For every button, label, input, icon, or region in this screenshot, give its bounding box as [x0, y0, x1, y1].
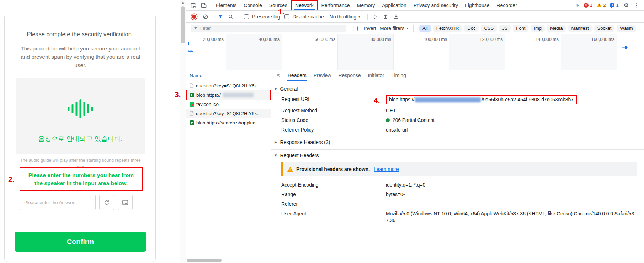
clear-network-log-icon[interactable] [201, 14, 211, 20]
disable-cache-label: Disable cache [293, 14, 324, 20]
tab-console[interactable]: Console [240, 0, 265, 10]
timeline-tick-label: 80,000 ms [354, 37, 391, 42]
chip-manifest[interactable]: Manifest [568, 25, 592, 32]
filter-input[interactable]: Filter [191, 25, 346, 32]
chip-media[interactable]: Media [547, 25, 566, 32]
referrer-policy-value: unsafe-url [386, 127, 408, 133]
answer-input[interactable] [20, 195, 96, 210]
image-captcha-button[interactable] [118, 195, 133, 210]
scrollbar-up-arrow[interactable]: ▲ [180, 1, 186, 4]
header-row: Accept-Encoding identity;q=1, *;q=0 [271, 180, 644, 190]
verification-description: This procedure will help you secure your… [17, 44, 143, 69]
gridline [393, 34, 394, 70]
tab-preview[interactable]: Preview [310, 70, 335, 81]
confirm-button[interactable]: Confirm [15, 232, 146, 252]
chip-all[interactable]: All [419, 25, 431, 32]
funnel-icon [193, 26, 198, 31]
more-tabs-chevron[interactable]: » [573, 2, 581, 9]
header-value: Mozilla/5.0 (Windows NT 10.0; Win64; x64… [386, 210, 635, 224]
invert-checkbox[interactable] [353, 26, 358, 31]
tab-network[interactable]: Network [292, 1, 317, 10]
horizontal-scrollbar-thumb[interactable] [187, 259, 222, 262]
tab-memory[interactable]: Memory [353, 0, 379, 10]
device-toolbar-icon[interactable] [198, 0, 209, 10]
separator [367, 14, 368, 20]
tab-initiator[interactable]: Initiator [364, 70, 388, 81]
close-icon[interactable]: ✕ [272, 70, 284, 81]
request-row[interactable]: blob:https://search.shopping... [186, 118, 271, 127]
request-row[interactable]: question?key=S1Q8L2HtY6k... [186, 109, 271, 118]
gridline [449, 34, 449, 70]
network-overview-timeline[interactable]: 20,000 ms 40,000 ms 60,000 ms 80,000 ms … [186, 34, 644, 70]
tab-performance[interactable]: Performance [318, 0, 353, 10]
chevron-down-icon: ▾ [406, 26, 408, 30]
header-row: Referer [271, 199, 644, 209]
tab-privacy-and-security[interactable]: Privacy and security [410, 0, 462, 10]
chevron-down-icon: ▾ [358, 15, 360, 18]
more-filters-dropdown[interactable]: More filters ▾ [380, 26, 408, 31]
request-row[interactable]: question?key=S1Q8L2HtY6k... [186, 81, 271, 90]
chip-fetch-xhr[interactable]: Fetch/XHR [433, 25, 462, 32]
scrollbar-thumb[interactable] [181, 6, 185, 43]
settings-gear-icon[interactable]: ⚙ [621, 2, 632, 9]
learn-more-link[interactable]: Learn more [374, 167, 399, 172]
chip-js[interactable]: JS [499, 25, 511, 32]
disable-cache-checkbox[interactable] [284, 14, 289, 19]
error-badge[interactable]: ✕ 1 [584, 2, 592, 8]
timeline-tick-label: 120,000 ms [466, 37, 503, 42]
request-headers-title: Request Headers [280, 152, 319, 158]
referrer-policy-row: Referrer Policy unsafe-url [271, 125, 644, 135]
request-row[interactable]: favicon.ico [186, 100, 271, 109]
page-scrollbar[interactable]: ▲ [180, 0, 186, 263]
annotation-3: 3. [175, 91, 181, 98]
warning-icon [597, 3, 602, 7]
tab-headers[interactable]: Headers [284, 70, 310, 81]
filter-toggle-icon[interactable] [215, 14, 225, 19]
request-row-selected[interactable]: blob:https:// 3. [186, 90, 271, 100]
network-filter-row: Filter Invert More filters ▾ All Fetch/X… [186, 23, 644, 34]
request-url-label: Request URL [281, 96, 386, 103]
response-headers-title: Response Headers (3) [280, 139, 330, 145]
general-section-header[interactable]: ▼ General [271, 83, 644, 95]
tab-lighthouse[interactable]: Lighthouse [462, 0, 493, 10]
chip-img[interactable]: Img [531, 25, 545, 32]
tab-response[interactable]: Response [335, 70, 364, 81]
import-har-icon[interactable] [380, 14, 390, 20]
chip-socket[interactable]: Socket [594, 25, 615, 32]
response-headers-section-header[interactable]: ▶ Response Headers (3) [271, 136, 644, 148]
preserve-log-checkbox[interactable] [244, 14, 249, 19]
chip-wasm[interactable]: Wasm [617, 25, 636, 32]
chip-font[interactable]: Font [513, 25, 528, 32]
annotation-2: 2. [8, 176, 15, 183]
triangle-collapsed-icon: ▶ [275, 140, 277, 144]
filter-placeholder: Filter [200, 26, 211, 31]
verification-card: Please complete the security verificatio… [4, 14, 156, 262]
issues-badge[interactable]: 1 [610, 2, 618, 8]
separator [238, 14, 238, 20]
gridline [282, 34, 282, 70]
tab-application[interactable]: Application [378, 0, 410, 10]
tab-elements[interactable]: Elements [212, 0, 240, 10]
name-column-header[interactable]: Name [186, 70, 271, 81]
export-har-icon[interactable] [391, 14, 401, 20]
verification-heading: Please complete the security verificatio… [5, 31, 155, 38]
header-value: identity;q=1, *;q=0 [386, 182, 425, 188]
request-url-suffix: /9d66f80b-e5a2-454f-9808-d7d053ccb8b7 [481, 96, 574, 103]
tab-recorder[interactable]: Recorder [493, 0, 521, 10]
tab-timing[interactable]: Timing [388, 70, 410, 81]
record-network-log-button[interactable] [192, 15, 196, 19]
replay-audio-button[interactable] [99, 195, 114, 210]
status-green-dot [386, 118, 390, 122]
search-icon[interactable] [226, 14, 236, 20]
request-method-label: Request Method [281, 107, 386, 114]
kebab-menu-icon[interactable]: ⋮ [632, 2, 641, 9]
chip-css[interactable]: CSS [481, 25, 497, 32]
chip-doc[interactable]: Doc [464, 25, 479, 32]
request-headers-section-header[interactable]: ▼ Request Headers [271, 150, 644, 161]
media-play-icon [190, 93, 194, 97]
throttling-dropdown[interactable]: No throttling ▾ [330, 14, 361, 20]
inspect-element-icon[interactable] [188, 0, 198, 10]
warning-badge[interactable]: 2 [597, 2, 606, 8]
network-conditions-icon[interactable] [370, 14, 380, 20]
document-icon [190, 83, 194, 88]
